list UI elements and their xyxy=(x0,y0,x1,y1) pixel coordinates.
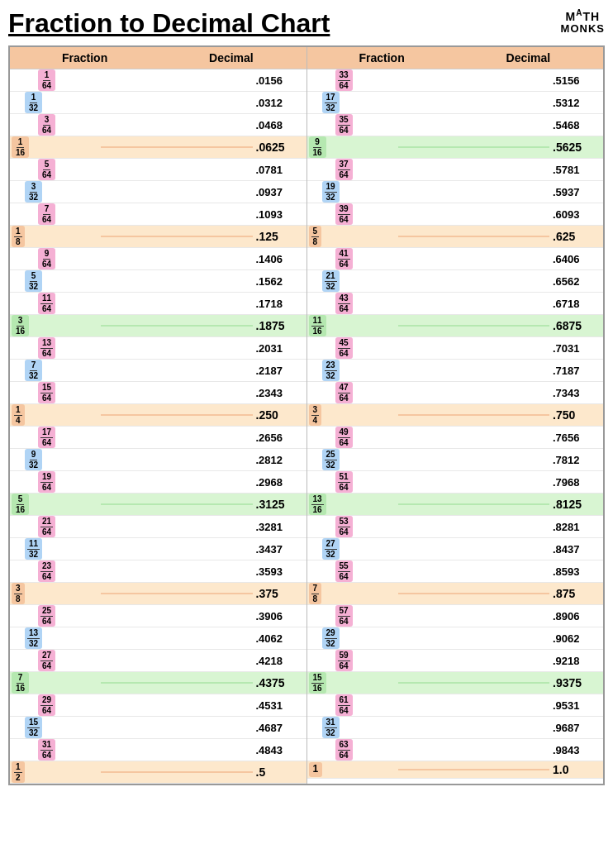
connector-line xyxy=(101,660,253,661)
numerator: 1 xyxy=(17,137,25,148)
fraction-box: 2164 xyxy=(38,516,55,537)
numerator: 39 xyxy=(338,204,350,215)
decimal-cell: .8906 xyxy=(549,610,603,622)
decimal-cell: .0156 xyxy=(253,74,306,87)
numerator: 47 xyxy=(338,383,350,393)
denominator: 16 xyxy=(14,148,26,158)
decimal-cell: .2343 xyxy=(253,387,306,399)
denominator: 8 xyxy=(14,237,22,247)
chart-row: 11.0 xyxy=(307,761,604,779)
decimal-cell: .0781 xyxy=(253,164,306,176)
right-panel-header: Fraction Decimal xyxy=(307,47,604,69)
chart-row: 5564.8593 xyxy=(307,560,604,583)
fraction-box: 58 xyxy=(309,226,322,247)
decimal-cell: .7656 xyxy=(549,432,603,444)
decimal-cell: .1562 xyxy=(253,275,306,288)
fraction-box: 38 xyxy=(12,583,25,604)
decimal-cell: .0312 xyxy=(253,97,306,109)
fraction-cell: 1932 xyxy=(307,181,398,203)
fraction-box: 932 xyxy=(25,449,42,470)
fraction-cell: 4564 xyxy=(307,337,398,359)
fraction-cell: 1532 xyxy=(10,717,101,738)
connector-line xyxy=(398,769,550,770)
chart-row: 3564.5468 xyxy=(307,114,604,136)
denominator: 64 xyxy=(338,81,350,91)
fraction-box: 3764 xyxy=(335,159,353,180)
connector-line xyxy=(398,280,550,282)
fraction-cell: 4164 xyxy=(307,248,398,269)
numerator: 9 xyxy=(30,450,38,460)
chart-container: Fraction Decimal 164.0156132.0312364.046… xyxy=(8,45,605,785)
fraction-box: 34 xyxy=(309,404,322,426)
fraction-box: 732 xyxy=(25,360,42,381)
denominator: 32 xyxy=(27,550,40,560)
connector-line xyxy=(398,704,550,706)
chart-row: 1332.4062 xyxy=(10,627,306,650)
fraction-cell: 6164 xyxy=(307,694,398,716)
fraction-box: 364 xyxy=(38,114,55,136)
fraction-box: 716 xyxy=(12,672,29,694)
fraction-box: 5764 xyxy=(335,605,353,627)
decimal-cell: .6718 xyxy=(549,298,603,310)
numerator: 9 xyxy=(313,137,321,148)
connector-line xyxy=(101,727,253,728)
decimal-cell: .750 xyxy=(549,408,603,422)
connector-line xyxy=(398,570,550,572)
fraction-cell: 932 xyxy=(10,449,101,470)
page-title: Fraction to Decimal Chart xyxy=(8,8,605,39)
right-chart-body: 3364.51561732.53123564.5468916.56253764.… xyxy=(307,69,604,779)
numerator: 3 xyxy=(14,584,22,594)
connector-line xyxy=(101,570,253,572)
denominator: 32 xyxy=(325,103,337,113)
numerator: 21 xyxy=(325,271,337,282)
decimal-cell: .8593 xyxy=(549,565,603,578)
decimal-cell: .5937 xyxy=(549,186,603,198)
decimal-cell: .5625 xyxy=(549,141,603,154)
decimal-cell: .2968 xyxy=(253,476,306,489)
fraction-box: 1364 xyxy=(38,337,55,359)
chart-row: 5164.7968 xyxy=(307,471,604,494)
denominator: 64 xyxy=(40,572,53,582)
fraction-box: 3132 xyxy=(322,717,340,738)
numerator: 17 xyxy=(40,427,53,438)
decimal-cell: .3125 xyxy=(253,498,306,511)
numerator: 13 xyxy=(40,338,53,349)
fraction-box: 5564 xyxy=(335,560,353,582)
chart-row: 18.125 xyxy=(10,226,306,248)
connector-line xyxy=(101,102,253,103)
connector-line xyxy=(398,102,550,103)
fraction-cell: 4364 xyxy=(307,293,398,314)
decimal-cell: .1718 xyxy=(253,298,306,310)
chart-row: 5964.9218 xyxy=(307,650,604,672)
fraction-box: 4964 xyxy=(335,427,353,448)
fraction-box: 5964 xyxy=(335,650,353,671)
chart-row: 3364.5156 xyxy=(307,69,604,92)
decimal-cell: 1.0 xyxy=(549,763,603,776)
connector-line xyxy=(101,749,253,751)
chart-row: 3764.5781 xyxy=(307,159,604,181)
connector-line xyxy=(101,146,253,148)
denominator: 32 xyxy=(325,550,337,560)
denominator: 32 xyxy=(27,282,40,292)
chart-row: 2132.6562 xyxy=(307,270,604,293)
fraction-cell: 14 xyxy=(10,404,101,426)
fraction-box: 3564 xyxy=(335,114,353,136)
fraction-cell: 4764 xyxy=(307,382,398,403)
decimal-cell: .9062 xyxy=(549,632,603,645)
decimal-cell: .7968 xyxy=(549,476,603,489)
fraction-box: 5164 xyxy=(335,471,353,493)
fraction-box: 1316 xyxy=(309,494,326,515)
fraction-box: 132 xyxy=(25,92,42,113)
decimal-cell: .9843 xyxy=(549,744,603,756)
decimal-cell: .4062 xyxy=(253,632,306,645)
fraction-cell: 2764 xyxy=(10,650,101,671)
fraction-box: 332 xyxy=(25,181,42,203)
numerator: 11 xyxy=(311,316,324,327)
connector-line xyxy=(398,548,550,550)
connector-line xyxy=(101,236,253,237)
connector-line xyxy=(101,213,253,215)
connector-line xyxy=(101,593,253,594)
left-fraction-header: Fraction xyxy=(12,51,158,64)
denominator: 8 xyxy=(311,237,320,247)
denominator: 8 xyxy=(311,594,320,604)
